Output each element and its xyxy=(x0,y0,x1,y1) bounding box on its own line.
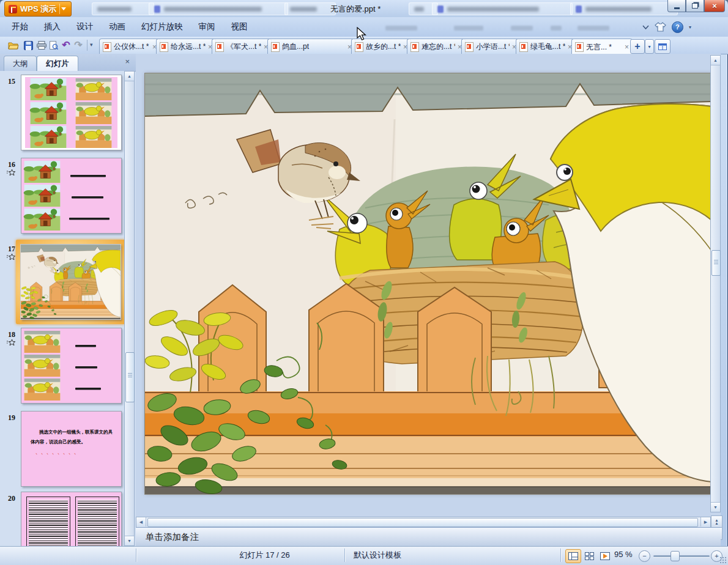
document-icon xyxy=(437,6,444,13)
menu-insert[interactable]: 插入 xyxy=(36,17,69,37)
doc-tab-3[interactable]: 《军犬...t *× xyxy=(212,39,272,54)
zoom-slider-thumb[interactable] xyxy=(670,551,680,561)
blurred-menu-item xyxy=(578,26,609,31)
vertical-scrollbar-thumb[interactable] xyxy=(711,250,721,276)
ppt-file-icon xyxy=(519,42,528,52)
ppt-file-icon xyxy=(575,42,584,52)
slide-number: 19 xyxy=(8,413,15,423)
tab-slides[interactable]: 幻灯片 xyxy=(37,56,78,71)
panel-tab-bar: 大纲 幻灯片 × xyxy=(0,54,136,72)
zoom-out-button[interactable]: − xyxy=(639,550,650,562)
restore-icon xyxy=(692,3,698,9)
scroll-up-button[interactable]: ▲ xyxy=(711,56,720,65)
normal-view-icon xyxy=(568,552,578,560)
toolbar-more-dropdown[interactable]: ▾ xyxy=(90,42,93,48)
scroll-down-button[interactable]: ▼ xyxy=(125,536,134,545)
doc-tab-7[interactable]: 小学语...t *× xyxy=(461,39,520,54)
printer-icon xyxy=(37,41,46,50)
menu-animation[interactable]: 动画 xyxy=(101,17,133,37)
save-button[interactable] xyxy=(22,39,34,51)
animation-star-icon xyxy=(7,339,16,347)
print-preview-button[interactable] xyxy=(48,39,60,51)
ppt-file-icon xyxy=(410,42,419,52)
slide-number: 17 xyxy=(8,245,15,254)
previous-slide-button[interactable]: ▲▲ xyxy=(711,515,722,528)
save-icon xyxy=(24,41,33,50)
doc-tab-2[interactable]: 给永远...t *× xyxy=(156,39,216,54)
normal-view-button[interactable] xyxy=(565,549,581,563)
zoom-slider-track[interactable] xyxy=(653,555,710,557)
slide-20-text-block xyxy=(75,497,119,546)
vertical-scrollbar[interactable]: ▲ ▼ xyxy=(710,55,721,512)
doc-tab-4[interactable]: 鸽血...pt× xyxy=(267,39,355,54)
scroll-left-button[interactable]: ◀ xyxy=(136,517,146,526)
slide-thumbnail-16[interactable] xyxy=(21,158,122,234)
help-dropdown-icon[interactable]: ▾ xyxy=(689,24,691,30)
menu-bar: 开始 插入 设计 动画 幻灯片放映 审阅 视图 xyxy=(0,17,728,37)
slide-editing-area[interactable]: ▲ ▼ xyxy=(136,54,721,517)
chevron-down-icon[interactable] xyxy=(59,4,67,14)
menu-view[interactable]: 视图 xyxy=(223,17,256,37)
design-template-name[interactable]: 默认设计模板 xyxy=(354,550,401,561)
collapse-ribbon-icon[interactable] xyxy=(642,25,649,29)
print-button[interactable] xyxy=(35,39,48,51)
blurred-window-tab[interactable] xyxy=(92,2,154,15)
sidebar-scrollbar-thumb[interactable] xyxy=(125,352,135,402)
slide-thumbnail-list: 15 16 xyxy=(0,71,124,546)
blurred-window-tab[interactable] xyxy=(284,2,336,15)
slide-image-bird-nest-painting[interactable] xyxy=(145,73,711,494)
horizontal-scrollbar-thumb[interactable] xyxy=(147,518,698,527)
undo-icon: ↶ xyxy=(62,40,70,50)
minimize-button[interactable] xyxy=(667,0,686,12)
slideshow-play-icon xyxy=(600,552,610,560)
tab-close-icon[interactable]: × xyxy=(625,43,629,51)
scroll-down-button[interactable]: ▼ xyxy=(711,502,720,512)
panel-close-icon[interactable]: × xyxy=(125,57,130,65)
slide-sorter-view-button[interactable] xyxy=(581,549,597,563)
resize-grip[interactable] xyxy=(719,556,726,563)
doc-tab-active[interactable]: 无言... *× xyxy=(571,39,633,56)
slide-thumbnail-17-selected[interactable] xyxy=(20,244,121,320)
scroll-right-button[interactable]: ▶ xyxy=(700,517,710,526)
slide-thumbnail-20[interactable] xyxy=(21,492,122,546)
animation-star-icon xyxy=(7,169,16,177)
doc-tab-6[interactable]: 难忘的...t *× xyxy=(407,39,466,54)
menu-design[interactable]: 设计 xyxy=(69,17,101,37)
menu-slideshow[interactable]: 幻灯片放映 xyxy=(133,17,191,37)
arrange-windows-icon xyxy=(658,43,667,50)
slideshow-play-button[interactable] xyxy=(597,549,613,563)
close-button[interactable]: × xyxy=(704,0,725,12)
wps-app-button[interactable]: WPS 演示 xyxy=(4,1,72,17)
new-tab-button[interactable]: + xyxy=(630,39,645,54)
undo-button[interactable]: ↶ xyxy=(60,39,72,51)
open-file-button[interactable] xyxy=(7,39,20,51)
help-icon[interactable]: ? xyxy=(672,21,683,33)
arrange-windows-button[interactable] xyxy=(655,39,670,54)
redo-button[interactable]: ↷ xyxy=(72,39,84,51)
slide-thumbnail-19[interactable]: 挑选文中的一组镜头，联系课文的具体内容，说说自己的感受。 丶丶丶丶丶丶丶丶 xyxy=(21,411,122,487)
wps-app-button-label: WPS 演示 xyxy=(20,4,56,15)
doc-tab-1[interactable]: 公仪休...t *× xyxy=(99,39,160,54)
slide-thumbnail-15[interactable] xyxy=(21,75,122,150)
doc-tab-8[interactable]: 绿毛龟...t *× xyxy=(516,39,576,54)
window-caption: 无言的爱.ppt * xyxy=(330,4,381,15)
sidebar-scrollbar[interactable]: ▲ ▼ xyxy=(124,71,135,546)
new-tab-dropdown[interactable]: ▾ xyxy=(645,39,654,54)
doc-tab-5[interactable]: 故乡的...t *× xyxy=(351,39,411,54)
menu-review[interactable]: 审阅 xyxy=(191,17,223,37)
blurred-window-tab[interactable] xyxy=(570,2,678,15)
blurred-menu-item xyxy=(454,26,483,31)
restore-button[interactable] xyxy=(686,0,704,12)
animation-star-icon xyxy=(7,253,16,261)
menu-home[interactable]: 开始 xyxy=(4,17,36,37)
blurred-window-tab[interactable] xyxy=(432,2,573,15)
slide-thumbnail-18[interactable] xyxy=(21,328,122,404)
skin-shirt-icon[interactable] xyxy=(655,22,666,32)
slide-number: 16 xyxy=(8,160,15,169)
ppt-file-icon xyxy=(160,42,168,52)
blurred-window-tab[interactable] xyxy=(149,2,288,15)
close-icon: × xyxy=(712,1,717,10)
scroll-up-button[interactable]: ▲ xyxy=(125,72,134,81)
notes-pane[interactable]: 单击添加备注 xyxy=(136,527,721,546)
tab-outline[interactable]: 大纲 xyxy=(4,56,37,71)
